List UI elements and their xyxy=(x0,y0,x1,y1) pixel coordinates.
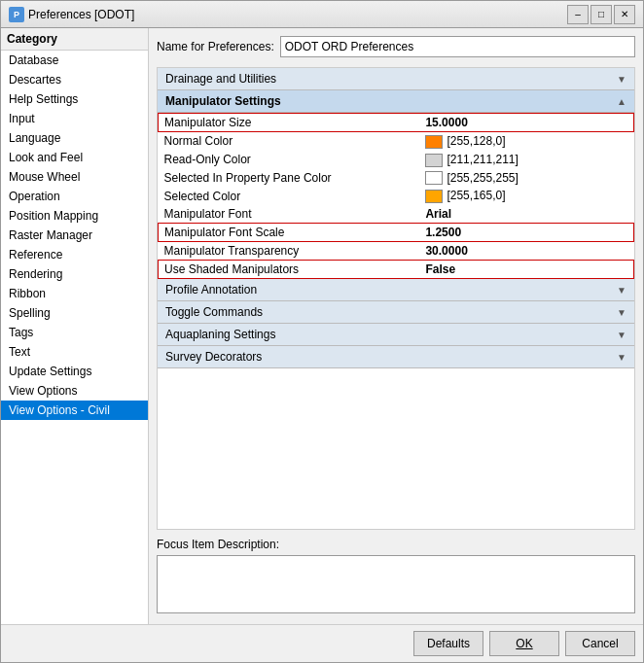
sections-area: Drainage and Utilities▼Manipulator Setti… xyxy=(157,67,635,530)
sidebar-item-operation[interactable]: Operation xyxy=(1,187,148,206)
sections-container: Drainage and Utilities▼Manipulator Setti… xyxy=(158,68,634,368)
color-swatch-icon xyxy=(425,154,443,167)
text-value: 30.0000 xyxy=(425,244,467,258)
chevron-aquaplaning-icon: ▼ xyxy=(617,330,626,340)
sidebar-item-reference[interactable]: Reference xyxy=(1,245,148,264)
sidebar-item-language[interactable]: Language xyxy=(1,128,148,148)
window-title: Preferences [ODOT] xyxy=(28,8,134,21)
sidebar-item-look-and-feel[interactable]: Look and Feel xyxy=(1,148,148,167)
color-swatch-icon xyxy=(425,190,443,203)
chevron-survey-icon: ▼ xyxy=(617,352,626,363)
table-row: Selected In Property Pane Color[255,255,… xyxy=(159,169,634,188)
app-icon: P xyxy=(9,7,24,22)
content-area: Category DatabaseDescartesHelp SettingsI… xyxy=(1,28,643,624)
minimize-button[interactable]: – xyxy=(567,5,589,24)
row-value: [211,211,211] xyxy=(419,151,633,169)
button-row: Defaults OK Cancel xyxy=(1,624,643,662)
row-label: Manipulator Font Scale xyxy=(159,224,420,242)
row-value: Arial xyxy=(419,205,633,224)
pref-name-input[interactable] xyxy=(280,36,635,57)
maximize-button[interactable]: □ xyxy=(590,5,612,24)
table-row: Manipulator FontArial xyxy=(159,205,634,224)
section-title-drainage: Drainage and Utilities xyxy=(165,72,276,86)
section-header-toggle[interactable]: Toggle Commands▼ xyxy=(158,301,634,324)
table-row: Read-Only Color[211,211,211] xyxy=(159,151,634,169)
close-button[interactable]: ✕ xyxy=(614,5,635,24)
focus-label: Focus Item Description: xyxy=(157,538,635,551)
sidebar-item-position-mapping[interactable]: Position Mapping xyxy=(1,206,148,226)
chevron-profile-icon: ▼ xyxy=(617,285,626,296)
chevron-manipulator-icon: ▲ xyxy=(617,96,626,107)
section-header-survey[interactable]: Survey Decorators▼ xyxy=(158,346,634,368)
color-swatch-icon xyxy=(425,171,443,185)
focus-textarea[interactable] xyxy=(157,555,635,613)
text-value: 1.2500 xyxy=(425,226,461,239)
sidebar-item-database[interactable]: Database xyxy=(1,51,148,70)
sidebar-items-container: DatabaseDescartesHelp SettingsInputLangu… xyxy=(1,51,148,420)
table-row: Selected Color[255,165,0] xyxy=(159,187,634,205)
sidebar: Category DatabaseDescartesHelp SettingsI… xyxy=(1,28,149,624)
main-panel: Name for Preferences: Drainage and Utili… xyxy=(149,28,643,624)
preferences-window: P Preferences [ODOT] – □ ✕ Category Data… xyxy=(0,0,644,663)
row-value: [255,128,0] xyxy=(419,132,633,151)
section-title-manipulator: Manipulator Settings xyxy=(165,94,281,108)
pref-name-row: Name for Preferences: xyxy=(157,36,635,57)
text-value: 15.0000 xyxy=(425,116,467,129)
ok-button[interactable]: OK xyxy=(489,631,559,656)
color-value: [255,255,255] xyxy=(447,171,518,185)
row-value: 1.2500 xyxy=(419,224,633,242)
table-row: Manipulator Transparency30.0000 xyxy=(159,242,634,261)
sidebar-item-ribbon[interactable]: Ribbon xyxy=(1,284,148,303)
sidebar-item-view-options---civil[interactable]: View Options - Civil xyxy=(1,401,148,420)
sidebar-item-rendering[interactable]: Rendering xyxy=(1,264,148,284)
section-title-survey: Survey Decorators xyxy=(165,350,262,364)
sidebar-header: Category xyxy=(1,28,148,51)
chevron-toggle-icon: ▼ xyxy=(617,307,626,318)
section-title-toggle: Toggle Commands xyxy=(165,305,263,319)
color-value: [211,211,211] xyxy=(447,153,518,166)
row-value: [255,255,255] xyxy=(419,169,633,188)
row-label: Use Shaded Manipulators xyxy=(159,261,420,279)
row-value: 30.0000 xyxy=(419,242,633,261)
sidebar-item-text[interactable]: Text xyxy=(1,342,148,362)
row-value: False xyxy=(419,261,633,279)
table-row: Use Shaded ManipulatorsFalse xyxy=(159,261,634,279)
row-label: Manipulator Font xyxy=(159,205,420,224)
row-label: Selected In Property Pane Color xyxy=(159,169,420,188)
sidebar-item-raster-manager[interactable]: Raster Manager xyxy=(1,226,148,245)
sidebar-item-spelling[interactable]: Spelling xyxy=(1,303,148,323)
section-content-manipulator: Manipulator Size15.0000Normal Color[255,… xyxy=(158,113,634,279)
color-value: [255,165,0] xyxy=(447,189,505,202)
section-header-profile[interactable]: Profile Annotation▼ xyxy=(158,279,634,301)
section-title-aquaplaning: Aquaplaning Settings xyxy=(165,328,275,341)
chevron-drainage-icon: ▼ xyxy=(617,74,626,85)
row-value: [255,165,0] xyxy=(419,187,633,205)
section-header-manipulator[interactable]: Manipulator Settings▲ xyxy=(158,90,634,113)
sidebar-item-help-settings[interactable]: Help Settings xyxy=(1,89,148,109)
section-header-drainage[interactable]: Drainage and Utilities▼ xyxy=(158,68,634,90)
defaults-button[interactable]: Defaults xyxy=(413,631,483,656)
section-title-profile: Profile Annotation xyxy=(165,283,257,297)
sidebar-item-view-options[interactable]: View Options xyxy=(1,381,148,401)
color-swatch-icon xyxy=(425,135,443,149)
sidebar-item-tags[interactable]: Tags xyxy=(1,323,148,342)
table-row: Manipulator Size15.0000 xyxy=(159,114,634,132)
row-value: 15.0000 xyxy=(419,114,633,132)
section-header-aquaplaning[interactable]: Aquaplaning Settings▼ xyxy=(158,324,634,346)
row-label: Normal Color xyxy=(159,132,420,151)
settings-table-manipulator: Manipulator Size15.0000Normal Color[255,… xyxy=(158,113,634,279)
title-bar: P Preferences [ODOT] – □ ✕ xyxy=(1,1,643,28)
row-label: Manipulator Size xyxy=(159,114,420,132)
sidebar-item-input[interactable]: Input xyxy=(1,109,148,128)
sidebar-item-update-settings[interactable]: Update Settings xyxy=(1,362,148,381)
row-label: Selected Color xyxy=(159,187,420,205)
text-value: False xyxy=(425,262,455,276)
cancel-button[interactable]: Cancel xyxy=(565,631,635,656)
row-label: Read-Only Color xyxy=(159,151,420,169)
sidebar-item-descartes[interactable]: Descartes xyxy=(1,70,148,89)
text-value: Arial xyxy=(425,207,451,221)
focus-area: Focus Item Description: xyxy=(157,538,635,616)
color-value: [255,128,0] xyxy=(447,134,505,148)
sidebar-item-mouse-wheel[interactable]: Mouse Wheel xyxy=(1,167,148,187)
pref-name-label: Name for Preferences: xyxy=(157,40,274,53)
